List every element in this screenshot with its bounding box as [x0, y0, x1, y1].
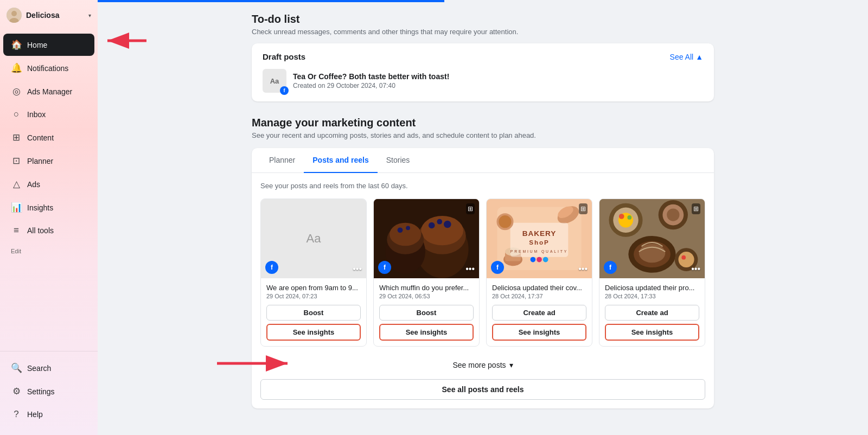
todo-title: To-do list	[252, 13, 714, 25]
chevron-up-icon: ▲	[695, 53, 703, 61]
svg-point-1	[11, 11, 17, 16]
sidebar-item-ads[interactable]: △ Ads	[3, 173, 94, 195]
sidebar-label-ads: Ads	[27, 180, 40, 189]
facebook-icon-3: f	[491, 261, 504, 274]
media-type-icon-4: ⊞	[692, 203, 700, 214]
tab-posts-reels[interactable]: Posts and reels	[304, 148, 378, 173]
post-image-3: BAKERY ShoP PREMIUM QUALITY	[487, 199, 592, 278]
draft-posts-title: Draft posts	[263, 52, 305, 61]
post-date-1: 29 Oct 2024, 07:23	[266, 293, 361, 299]
post-card-3: BAKERY ShoP PREMIUM QUALITY	[486, 199, 592, 347]
create-ad-button-3[interactable]: Create ad	[492, 305, 586, 321]
search-icon: 🔍	[11, 362, 22, 374]
svg-point-7	[421, 216, 463, 245]
post-date-2: 29 Oct 2024, 06:53	[379, 293, 474, 299]
edit-section-label: Edit	[0, 242, 98, 257]
facebook-icon-1: f	[265, 261, 278, 274]
post-card-4: ⊞ f ••• Deliciosa updated their pro... 2…	[599, 199, 705, 347]
svg-point-10	[444, 221, 451, 228]
marketing-section: Manage your marketing content See your r…	[252, 117, 714, 408]
more-options-icon-2[interactable]: •••	[465, 264, 475, 274]
facebook-icon-4: f	[604, 261, 617, 274]
see-insights-button-4[interactable]: See insights	[605, 324, 699, 341]
chevron-down-icon: ▾	[88, 12, 91, 18]
see-more-posts-button[interactable]: See more posts ▾	[260, 355, 705, 375]
sidebar-item-planner[interactable]: ⊡ Planner	[3, 150, 94, 172]
sidebar-label-planner: Planner	[27, 157, 53, 165]
draft-info: Tea Or Coffee? Both taste better with to…	[293, 72, 703, 89]
tab-planner[interactable]: Planner	[260, 148, 304, 173]
avatar	[7, 8, 22, 23]
see-insights-button-3[interactable]: See insights	[492, 324, 586, 341]
sidebar-label-home: Home	[27, 41, 47, 49]
sidebar-label-settings: Settings	[27, 387, 55, 396]
settings-icon: ⚙	[11, 386, 22, 397]
sidebar-item-home[interactable]: 🏠 Home	[3, 34, 94, 56]
ads-manager-icon: ◎	[11, 86, 22, 97]
sidebar-item-content[interactable]: ⊞ Content	[3, 126, 94, 149]
sidebar-item-all-tools[interactable]: ≡ All tools	[3, 220, 94, 241]
media-type-icon-2: ⊞	[466, 203, 475, 214]
sidebar-item-ads-manager[interactable]: ◎ Ads Manager	[3, 80, 94, 103]
svg-point-8	[429, 222, 435, 229]
post-date-4: 28 Oct 2024, 17:33	[605, 293, 699, 299]
post-title-2: Which muffin do you prefer...	[379, 284, 474, 292]
sidebar-item-settings[interactable]: ⚙ Settings	[3, 380, 94, 402]
boost-button-2[interactable]: Boost	[379, 305, 474, 321]
marketing-card: Planner Posts and reels Stories See your…	[252, 148, 714, 408]
todo-subtitle: Check unread messages, comments and othe…	[252, 28, 714, 36]
sidebar-item-search[interactable]: 🔍 Search	[3, 357, 94, 379]
post-info-1: We are open from 9am to 9... 29 Oct 2024…	[261, 278, 366, 346]
see-all-posts-button[interactable]: See all posts and reels	[260, 379, 705, 400]
draft-thumbnail: Aa f	[263, 69, 286, 93]
boost-button-1[interactable]: Boost	[266, 305, 361, 321]
sidebar-bottom: 🔍 Search ⚙ Settings ? Help	[0, 351, 98, 435]
sidebar-label-content: Content	[27, 133, 54, 142]
svg-point-28	[537, 257, 542, 263]
more-options-icon-4[interactable]: •••	[691, 264, 700, 274]
sidebar-label-notifications: Notifications	[27, 64, 68, 73]
post-info-4: Deliciosa updated their pro... 28 Oct 20…	[599, 278, 705, 346]
sidebar-label-search: Search	[27, 364, 51, 373]
post-title-1: We are open from 9am to 9...	[266, 284, 361, 292]
post-card-2: ⊞ f ••• Which muffin do you prefer... 29…	[373, 199, 480, 347]
inbox-icon: ○	[11, 109, 22, 120]
see-insights-button-1[interactable]: See insights	[266, 324, 361, 341]
post-title-3: Deliciosa updated their cov...	[492, 284, 586, 292]
create-ad-button-4[interactable]: Create ad	[605, 305, 699, 321]
posts-grid: Aa f ••• We are open from 9am to 9... 29…	[260, 199, 705, 347]
content-icon: ⊞	[11, 132, 22, 143]
sidebar-item-notifications[interactable]: 🔔 Notifications	[3, 57, 94, 79]
home-icon: 🏠	[11, 39, 22, 50]
more-options-icon-1[interactable]: •••	[353, 264, 362, 274]
draft-post-date: Created on 29 October 2024, 07:40	[293, 82, 703, 89]
sidebar-item-insights[interactable]: 📊 Insights	[3, 196, 94, 219]
svg-point-43	[639, 244, 666, 263]
facebook-icon-2: f	[378, 261, 391, 274]
svg-text:ShoP: ShoP	[529, 239, 549, 246]
see-insights-button-2[interactable]: See insights	[379, 324, 474, 341]
svg-point-9	[437, 219, 442, 225]
help-icon: ?	[11, 409, 22, 420]
sidebar-item-help[interactable]: ? Help	[3, 404, 94, 425]
account-switcher[interactable]: Deliciosa ▾	[0, 0, 98, 30]
sidebar: Deliciosa ▾ 🏠 Home 🔔 Notifications ◎ Ads…	[0, 0, 98, 435]
tabs-bar: Planner Posts and reels Stories	[252, 148, 714, 173]
sidebar-item-inbox[interactable]: ○ Inbox	[3, 104, 94, 125]
sidebar-label-all-tools: All tools	[27, 226, 54, 235]
tab-stories[interactable]: Stories	[378, 148, 419, 173]
draft-post-title: Tea Or Coffee? Both taste better with to…	[293, 72, 703, 81]
insights-icon: 📊	[11, 202, 22, 213]
see-all-drafts-link[interactable]: See All ▲	[670, 53, 703, 61]
svg-point-14	[398, 227, 403, 233]
main-content: To-do list Check unread messages, commen…	[98, 0, 868, 435]
tab-description: See your posts and reels from the last 6…	[260, 182, 705, 190]
svg-point-37	[627, 215, 631, 220]
post-image-2: ⊞ f •••	[374, 199, 479, 278]
sidebar-label-ads-manager: Ads Manager	[27, 87, 72, 96]
media-type-icon-3: ⊞	[579, 203, 588, 214]
draft-item: Aa f Tea Or Coffee? Both taste better wi…	[263, 69, 703, 93]
more-options-icon-3[interactable]: •••	[578, 264, 588, 274]
post-card-1: Aa f ••• We are open from 9am to 9... 29…	[260, 199, 367, 347]
ads-icon: △	[11, 178, 22, 190]
